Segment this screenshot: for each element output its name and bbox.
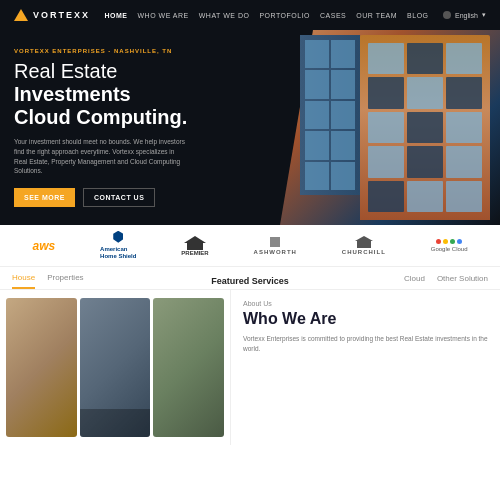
nav-links: HOME WHO WE ARE WHAT WE DO PORTOFOLIO CA… <box>104 12 428 19</box>
window <box>368 77 404 108</box>
ahs-label: AmericanHome Shield <box>100 246 136 260</box>
tab-cloud[interactable]: Cloud <box>404 274 425 288</box>
window <box>407 77 443 108</box>
hero-subtitle: VORTEXX ENTERPRISES - NASHVILLE, TN <box>14 48 189 54</box>
window <box>331 162 355 190</box>
right-tabs: Cloud Other Solution <box>329 274 488 288</box>
window <box>407 181 443 212</box>
see-more-button[interactable]: SEE MORE <box>14 188 75 207</box>
nav-who-we-are[interactable]: WHO WE ARE <box>137 12 188 19</box>
window <box>368 181 404 212</box>
left-tabs: House Properties <box>12 273 171 289</box>
partner-american-home-shield: AmericanHome Shield <box>100 231 136 260</box>
hero-title: Real Estate Investments Cloud Computing. <box>14 60 189 129</box>
gc-green-dot <box>450 239 455 244</box>
window <box>305 40 329 68</box>
window <box>407 146 443 177</box>
nav-what-we-do[interactable]: WHAT WE DO <box>199 12 250 19</box>
hero-description: Your investment should meet no bounds. W… <box>14 137 189 176</box>
featured-services-title: Featured Services <box>171 276 330 286</box>
partner-google-cloud: Google Cloud <box>431 239 468 252</box>
google-cloud-icon <box>436 239 462 244</box>
window <box>407 112 443 143</box>
hero-section: VORTEXX ENTERPRISES - NASHVILLE, TN Real… <box>0 30 500 225</box>
window <box>368 112 404 143</box>
window <box>305 162 329 190</box>
property-images <box>0 290 230 445</box>
content-section: House Properties Featured Services Cloud… <box>0 267 500 290</box>
premier-label: PREMIER <box>181 250 208 256</box>
window <box>446 112 482 143</box>
window <box>407 43 443 74</box>
window <box>331 70 355 98</box>
window <box>331 101 355 129</box>
window <box>368 43 404 74</box>
window <box>446 43 482 74</box>
churchill-house-icon <box>355 236 373 248</box>
window <box>305 70 329 98</box>
partner-premier: PREMIER <box>181 236 208 256</box>
churchill-label: CHURCHILL <box>342 249 386 255</box>
google-cloud-label: Google Cloud <box>431 246 468 252</box>
nav-home[interactable]: HOME <box>104 12 127 19</box>
tabs-row: House Properties Featured Services Cloud… <box>0 267 500 290</box>
nav-our-team[interactable]: OUR TEAM <box>356 12 397 19</box>
tab-other-solution[interactable]: Other Solution <box>437 274 488 288</box>
property-photo-green <box>153 298 224 437</box>
partner-churchill: CHURCHILL <box>342 236 386 255</box>
chevron-down-icon: ▾ <box>482 11 486 19</box>
gc-yellow-dot <box>443 239 448 244</box>
navbar: VORTEXX HOME WHO WE ARE WHAT WE DO PORTO… <box>0 0 500 30</box>
about-title: Who We Are <box>243 310 488 328</box>
window <box>368 146 404 177</box>
partner-ashworth: ASHWORTH <box>254 237 297 255</box>
window <box>446 146 482 177</box>
logo-text: VORTEXX <box>33 10 90 20</box>
property-image-2 <box>80 298 151 437</box>
contact-us-button[interactable]: CONTACT US <box>83 188 155 207</box>
lang-dot-icon <box>443 11 451 19</box>
partner-aws: aws <box>32 239 55 253</box>
about-panel: About Us Who We Are Vortexx Enterprises … <box>230 290 500 445</box>
logo-triangle-icon <box>14 9 28 21</box>
nav-cases[interactable]: CASES <box>320 12 346 19</box>
language-label: English <box>455 12 478 19</box>
bottom-grid: About Us Who We Are Vortexx Enterprises … <box>0 290 500 445</box>
logo[interactable]: VORTEXX <box>14 9 90 21</box>
gc-red-dot <box>436 239 441 244</box>
hero-content: VORTEXX ENTERPRISES - NASHVILLE, TN Real… <box>14 48 189 207</box>
building-front-windows <box>360 35 490 220</box>
window <box>446 77 482 108</box>
hero-buttons: SEE MORE CONTACT US <box>14 188 189 207</box>
tab-house[interactable]: House <box>12 273 35 289</box>
property-photo-modern <box>80 298 151 437</box>
window <box>331 131 355 159</box>
property-image-1 <box>6 298 77 437</box>
language-selector[interactable]: English ▾ <box>443 11 486 19</box>
ashworth-label: ASHWORTH <box>254 249 297 255</box>
building-side-windows <box>300 35 360 195</box>
hero-title-line3: Cloud Computing. <box>14 106 187 128</box>
hero-title-line2: Investments <box>14 83 131 105</box>
window <box>305 101 329 129</box>
aws-logo-text: aws <box>32 239 55 253</box>
hero-title-line1: Real Estate <box>14 60 117 82</box>
window <box>331 40 355 68</box>
window <box>446 181 482 212</box>
partners-strip: aws AmericanHome Shield PREMIER ASHWORTH… <box>0 225 500 267</box>
about-us-label: About Us <box>243 300 488 307</box>
house-icon <box>184 236 206 250</box>
property-image-3 <box>153 298 224 437</box>
shield-icon <box>113 231 123 243</box>
gc-blue-dot <box>457 239 462 244</box>
about-description: Vortexx Enterprises is committed to prov… <box>243 334 488 355</box>
tab-properties[interactable]: Properties <box>47 273 83 289</box>
ashworth-icon <box>270 237 280 247</box>
nav-portfolio[interactable]: PORTOFOLIO <box>259 12 310 19</box>
property-photo-warm <box>6 298 77 437</box>
window <box>305 131 329 159</box>
nav-blog[interactable]: BLOG <box>407 12 428 19</box>
